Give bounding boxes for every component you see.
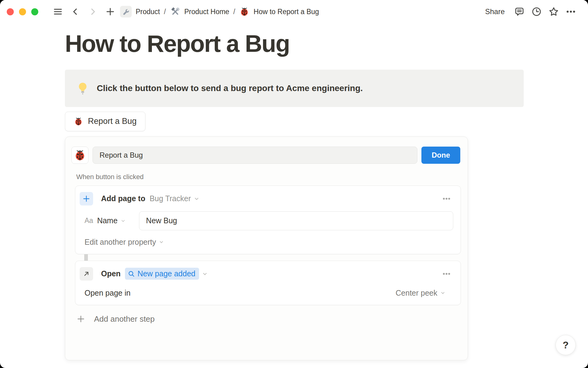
open-target-label: New page added xyxy=(138,269,195,278)
fullscreen-window-button[interactable] xyxy=(31,8,38,15)
back-button[interactable] xyxy=(69,5,82,18)
history-button[interactable] xyxy=(530,5,543,18)
open-page-in-label: Open page in xyxy=(85,289,130,297)
breadcrumb-label: Product Home xyxy=(184,8,229,16)
search-icon xyxy=(128,270,135,278)
plus-icon xyxy=(82,194,91,203)
property-value-input[interactable] xyxy=(139,211,453,230)
add-page-badge xyxy=(80,192,93,205)
open-mode-select[interactable]: Center peek xyxy=(396,289,446,297)
comment-icon xyxy=(514,6,525,17)
breadcrumb: Product / Product Home / xyxy=(120,6,319,17)
minimize-window-button[interactable] xyxy=(19,8,26,15)
ladybug-icon xyxy=(239,6,250,17)
star-icon xyxy=(548,6,559,17)
breadcrumb-label: Product xyxy=(136,8,160,16)
report-a-bug-label: Report a Bug xyxy=(88,117,137,126)
step-options-button[interactable] xyxy=(440,192,453,205)
step-header-row: Open New page added xyxy=(80,267,453,281)
open-page-in-row: Open page in Center peek xyxy=(80,289,453,297)
edit-another-property-button[interactable]: Edit another property xyxy=(85,238,164,247)
share-button[interactable]: Share xyxy=(481,5,509,18)
step-card-open-page: Open New page added Open page in xyxy=(75,261,461,305)
breadcrumb-item-product-home[interactable]: Product Home xyxy=(170,6,229,17)
plus-icon xyxy=(105,6,115,17)
chevron-down-icon xyxy=(158,239,164,245)
database-select[interactable]: Bug Tracker xyxy=(149,194,191,203)
open-target-select[interactable]: New page added xyxy=(125,268,199,280)
ladybug-icon xyxy=(74,117,83,126)
report-a-bug-button[interactable]: Report a Bug xyxy=(65,112,145,131)
button-editor-header: Done xyxy=(71,147,460,164)
button-editor-panel: Done When button is clicked Add page to … xyxy=(65,136,468,360)
chevron-down-icon xyxy=(440,290,446,296)
comments-button[interactable] xyxy=(513,5,526,18)
chevron-down-icon xyxy=(193,195,200,202)
ellipsis-icon xyxy=(442,194,451,204)
step-header-row: Add page to Bug Tracker xyxy=(80,192,453,205)
chevron-right-icon xyxy=(88,7,98,17)
property-row: Aa Name xyxy=(80,211,453,230)
open-page-badge xyxy=(80,267,93,281)
topbar: Product / Product Home / xyxy=(0,0,588,23)
step-action-label: Open xyxy=(101,269,121,278)
add-another-step-label: Add another step xyxy=(94,314,155,324)
new-page-button[interactable] xyxy=(104,5,117,18)
wrench-icon xyxy=(120,6,132,17)
close-window-button[interactable] xyxy=(7,8,14,15)
breadcrumb-label: How to Report a Bug xyxy=(254,8,319,16)
chevron-down-icon xyxy=(202,270,208,277)
help-button[interactable]: ? xyxy=(556,335,576,355)
breadcrumb-divider: / xyxy=(233,8,235,16)
breadcrumb-item-product[interactable]: Product xyxy=(120,6,160,17)
clock-icon xyxy=(531,6,542,17)
trigger-label: When button is clicked xyxy=(76,173,460,181)
callout-block: Click the button below to send a bug rep… xyxy=(65,70,524,107)
hammer-wrench-icon xyxy=(170,6,180,17)
lightbulb-icon xyxy=(77,82,88,95)
more-options-button[interactable] xyxy=(564,5,578,18)
ellipsis-icon xyxy=(565,6,576,17)
page-content: How to Report a Bug Click the button bel… xyxy=(0,29,588,360)
favorite-button[interactable] xyxy=(547,5,560,18)
chevron-left-icon xyxy=(70,7,80,17)
window-controls xyxy=(7,8,38,15)
nav-controls xyxy=(51,5,117,18)
done-button[interactable]: Done xyxy=(421,147,460,164)
step-options-button[interactable] xyxy=(440,267,453,281)
step-action-label: Add page to xyxy=(101,194,145,203)
button-icon-picker[interactable] xyxy=(71,147,89,164)
sidebar-menu-button[interactable] xyxy=(51,5,65,18)
edit-another-property-label: Edit another property xyxy=(85,238,156,247)
arrow-up-right-icon xyxy=(82,270,90,278)
app-window: Product / Product Home / xyxy=(0,0,588,368)
text-property-icon: Aa xyxy=(85,217,93,225)
add-another-step-button[interactable]: Add another step xyxy=(75,312,156,326)
ladybug-icon xyxy=(74,149,86,161)
step-card-add-page: Add page to Bug Tracker Aa Name xyxy=(75,186,461,254)
step-connector xyxy=(84,254,88,261)
ellipsis-icon xyxy=(442,269,451,279)
property-name-select[interactable]: Name xyxy=(97,216,118,225)
page-title: How to Report a Bug xyxy=(65,29,588,58)
forward-button[interactable] xyxy=(86,5,100,18)
open-mode-value: Center peek xyxy=(396,289,437,297)
breadcrumb-item-current[interactable]: How to Report a Bug xyxy=(239,6,319,17)
topbar-actions: Share xyxy=(481,5,578,18)
chevron-down-icon xyxy=(120,218,126,224)
breadcrumb-divider: / xyxy=(164,8,166,16)
plus-icon xyxy=(76,314,85,324)
button-name-input[interactable] xyxy=(92,147,417,164)
callout-text: Click the button below to send a bug rep… xyxy=(97,83,363,93)
hamburger-icon xyxy=(53,6,63,17)
